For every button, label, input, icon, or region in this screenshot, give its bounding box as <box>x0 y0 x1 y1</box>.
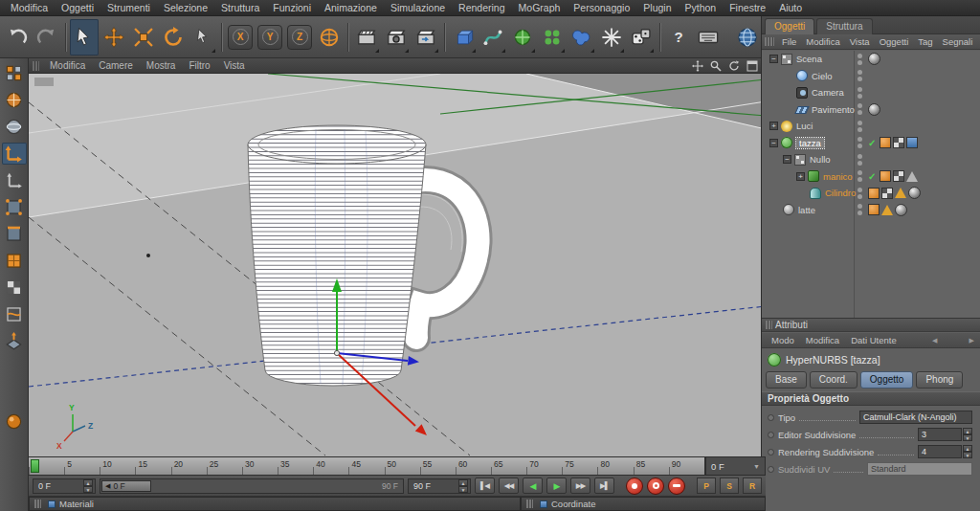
om-menu-file[interactable]: File <box>777 36 801 47</box>
editor-suddivisione-input[interactable]: 3 <box>918 428 962 441</box>
tree-row-manico[interactable]: + manico ✓ <box>762 168 980 186</box>
stepper-up-icon[interactable]: ▲ <box>458 479 468 486</box>
panel-grip-icon[interactable] <box>34 500 41 508</box>
menu-simulazione[interactable]: Simulazione <box>384 2 452 13</box>
gizmo-origin[interactable] <box>334 350 339 355</box>
phong-tag-icon[interactable] <box>881 205 893 215</box>
uv-mode-button[interactable] <box>2 303 27 325</box>
materials-panel-header[interactable]: Materiali <box>29 497 521 511</box>
om-menu-tag[interactable]: Tag <box>913 36 937 47</box>
vp-menu-modifica[interactable]: Modifica <box>43 60 92 71</box>
autokey-button[interactable] <box>647 478 664 495</box>
material-thumbnail[interactable] <box>908 187 921 199</box>
polygons-mode-button[interactable] <box>2 250 27 272</box>
vp-menu-filtro[interactable]: Filtro <box>182 60 216 71</box>
om-menu-modifica[interactable]: Modifica <box>801 36 844 47</box>
stepper-up-icon[interactable]: ▲ <box>83 479 93 486</box>
rotate-view-button[interactable] <box>726 59 741 72</box>
add-hypernurbs-button[interactable] <box>508 19 537 56</box>
panel-grip-icon[interactable] <box>33 61 39 71</box>
texture-tag-icon[interactable] <box>880 170 891 182</box>
command-manager-button[interactable] <box>694 19 723 56</box>
add-spline-button[interactable] <box>479 19 507 56</box>
timeline-range-slider[interactable]: ◀ 0 F 90 F <box>100 478 404 494</box>
compositing-tag-icon[interactable] <box>893 137 904 148</box>
tab-oggetto[interactable]: Oggetto <box>860 371 914 389</box>
stepper-up-icon[interactable]: ▲ <box>963 428 972 434</box>
stepper-down-icon[interactable]: ▼ <box>963 452 972 458</box>
snap-settings-button[interactable] <box>2 411 27 433</box>
texture-tag-icon[interactable] <box>868 204 880 215</box>
menu-struttura[interactable]: Struttura <box>214 2 266 13</box>
pan-view-button[interactable] <box>690 59 704 72</box>
tree-row-nullo[interactable]: − Nullo <box>762 151 980 168</box>
expand-icon[interactable]: + <box>796 172 805 181</box>
history-forward-icon[interactable]: ▶ <box>968 337 976 344</box>
current-frame-marker[interactable] <box>31 459 39 473</box>
stepper-down-icon[interactable]: ▼ <box>83 486 93 493</box>
menu-oggetti[interactable]: Oggetti <box>55 2 100 13</box>
rendering-suddivisione-input[interactable]: 4 <box>918 445 962 458</box>
menu-selezione[interactable]: Selezione <box>157 2 214 13</box>
material-thumbnail[interactable] <box>868 53 880 65</box>
end-frame-field[interactable]: 90 F ▲▼ <box>408 478 471 494</box>
menu-aiuto[interactable]: Aiuto <box>772 2 809 13</box>
visibility-toggle[interactable] <box>858 103 862 115</box>
visibility-toggle[interactable] <box>858 87 862 99</box>
go-to-end-button[interactable]: ▶▌ <box>594 478 614 494</box>
tab-strutt[interactable]: Struttura <box>816 18 872 34</box>
visibility-toggle[interactable] <box>858 121 862 132</box>
start-frame-field[interactable]: 0 F ▲▼ <box>33 478 96 494</box>
coordinate-system-button[interactable] <box>315 19 344 56</box>
texture-mode-button[interactable] <box>2 116 27 138</box>
visibility-toggle[interactable] <box>858 188 862 199</box>
om-menu-oggetti[interactable]: Oggetti <box>875 36 914 47</box>
add-mograph-button[interactable] <box>538 19 567 56</box>
tree-row-scena[interactable]: − Scena <box>762 51 980 68</box>
tree-row-tazza[interactable]: − tazza ✓ <box>762 135 980 152</box>
zoom-view-button[interactable] <box>708 59 723 72</box>
lock-y-axis-button[interactable]: Y <box>256 19 284 56</box>
position-key-toggle[interactable]: P <box>697 478 716 494</box>
stepper-down-icon[interactable]: ▼ <box>458 486 468 493</box>
model-mode-button[interactable] <box>2 89 27 111</box>
keyframe-circle-icon[interactable] <box>768 466 774 473</box>
om-menu-segnali[interactable]: Segnali <box>938 36 978 47</box>
visibility-toggle[interactable] <box>858 54 862 65</box>
record-keyframe-button[interactable] <box>626 478 643 495</box>
stepper-up-icon[interactable]: ▲ <box>963 445 972 452</box>
render-settings-button[interactable] <box>382 19 411 56</box>
keyframe-circle-icon[interactable] <box>768 432 774 438</box>
material-thumbnail[interactable] <box>895 204 907 216</box>
enabled-check-icon[interactable]: ✓ <box>868 171 876 182</box>
menu-rendering[interactable]: Rendering <box>452 2 511 13</box>
menu-modifica[interactable]: Modifica <box>4 2 55 13</box>
play-button[interactable]: ▶ <box>546 478 567 494</box>
collapse-icon[interactable]: − <box>769 55 778 63</box>
history-back-icon[interactable]: ◀ <box>930 337 939 344</box>
tree-row-camera[interactable]: Camera <box>762 84 980 101</box>
tree-row-pavimento[interactable]: Pavimento <box>762 101 980 119</box>
tab-coord[interactable]: Coord. <box>810 371 858 389</box>
phong-tag-icon[interactable] <box>906 171 918 182</box>
vp-menu-vista[interactable]: Vista <box>217 60 252 71</box>
recent-tool-dropdown[interactable] <box>189 19 217 56</box>
add-primitive-button[interactable] <box>449 19 478 56</box>
menu-python[interactable]: Python <box>679 2 724 13</box>
material-thumbnail[interactable] <box>868 103 880 116</box>
range-slider-handle[interactable]: ◀ 0 F <box>101 480 151 492</box>
stepper-down-icon[interactable]: ▼ <box>963 434 972 441</box>
expression-tag-icon[interactable] <box>906 137 918 148</box>
toggle-view-layout-button[interactable] <box>745 59 759 72</box>
edges-mode-button[interactable] <box>2 223 27 245</box>
add-deformer-button[interactable] <box>597 19 626 56</box>
panel-grip-icon[interactable] <box>766 321 772 329</box>
texture-tag-icon[interactable] <box>880 137 891 148</box>
menu-funzioni[interactable]: Funzioni <box>266 2 318 13</box>
add-metaball-button[interactable] <box>568 19 596 56</box>
attr-menu-modifica[interactable]: Modifica <box>800 335 845 345</box>
record-selection-button[interactable] <box>668 478 685 495</box>
object-axis-mode-button[interactable] <box>2 169 27 191</box>
coordinates-panel-header[interactable]: Coordinate <box>521 497 766 511</box>
move-tool[interactable] <box>100 19 128 56</box>
